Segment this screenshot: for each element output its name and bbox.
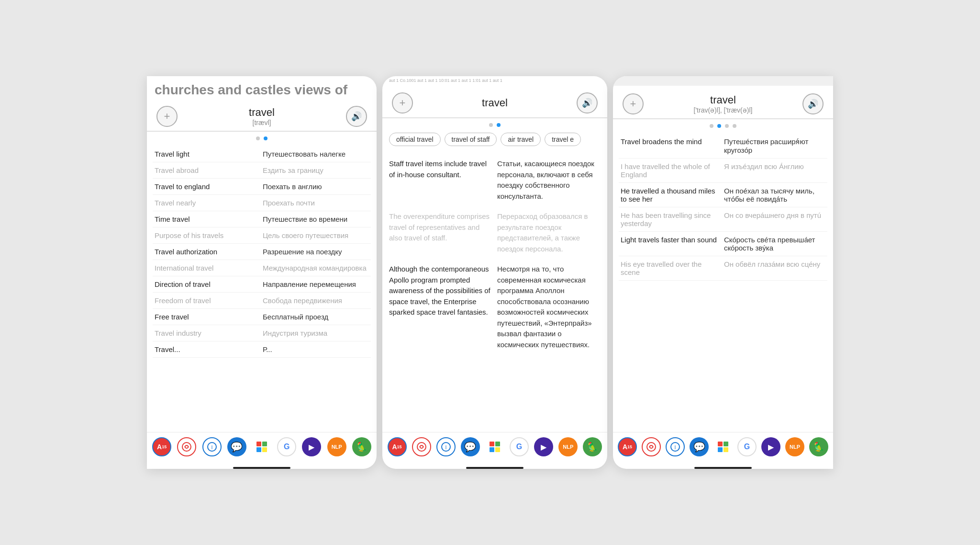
middle-phone-card: aut 1 Co.1001 aut 1 aut 1 10:01 aut 1 au… xyxy=(382,76,607,469)
dot-2 xyxy=(717,124,721,128)
icon-google[interactable]: G xyxy=(277,437,296,456)
icon-red-circle[interactable] xyxy=(412,437,431,456)
phrase-en: International travel xyxy=(155,264,261,272)
icon-nlp[interactable]: NLP xyxy=(327,437,346,456)
phrase-en: Travel to england xyxy=(155,182,261,191)
icon-windows[interactable] xyxy=(485,437,504,456)
icon-abbyy[interactable]: A15 xyxy=(618,437,637,456)
left-card-content: Travel light Путешествовать налегке Trav… xyxy=(147,142,377,432)
phrase-en: Travel light xyxy=(155,150,261,158)
phrase-row-10: Freedom of travel Свобода передвижения xyxy=(153,293,371,309)
phrase-ru: Он поéхал за тысячу миль, чтóбы её повид… xyxy=(724,187,825,203)
icon-parrot[interactable]: 🦜 xyxy=(583,437,602,456)
left-add-button[interactable]: + xyxy=(156,106,178,127)
phrase-en: Travel nearly xyxy=(155,199,261,207)
phrase-row-12: Travel industry Индустрия туризма xyxy=(153,325,371,341)
icon-google[interactable]: G xyxy=(510,437,529,456)
sentence-block-2: The overexpenditure comprises travel of … xyxy=(389,206,601,259)
svg-point-3 xyxy=(417,443,426,451)
phrase-en: Free travel xyxy=(155,313,261,321)
phrase-row-1: Travel light Путешествовать налегке xyxy=(153,146,371,162)
dot-4 xyxy=(733,124,736,128)
icon-red-circle[interactable] xyxy=(177,437,196,456)
icon-lingvo[interactable]: l xyxy=(436,437,456,456)
middle-status-bar: aut 1 Co.1001 aut 1 aut 1 10:01 aut 1 au… xyxy=(382,76,607,85)
phrase-en: Purpose of his travels xyxy=(155,231,261,239)
middle-card-header: + travel 🔊 xyxy=(382,85,607,118)
phrase-ru: Поехать в англию xyxy=(263,182,369,191)
icon-chat[interactable]: 💬 xyxy=(690,437,709,456)
icon-alien[interactable]: ▶ xyxy=(302,437,321,456)
phrase-en: Light travels faster than sound xyxy=(621,236,722,244)
right-bottom-nav: A15 l 💬 G ▶ NLP 🦜 xyxy=(613,432,833,464)
phrase-ru: Международная командировка xyxy=(263,264,369,272)
phrase-ru: Путешéствия расширя́ют кругозóр xyxy=(724,137,825,154)
phrase-ru: Он со вчерáшнего дня в путú xyxy=(724,211,825,219)
left-word-title: travel xyxy=(178,106,346,119)
tab-air-travel[interactable]: air travel xyxy=(501,133,541,146)
phrase-ru: Путешествовать налегке xyxy=(263,150,369,158)
sent-en-1: Staff travel items include travel of in-… xyxy=(389,159,492,202)
right-sound-button[interactable]: 🔊 xyxy=(802,93,824,114)
tab-travel-of-staff[interactable]: travel of staff xyxy=(445,133,497,146)
icon-google[interactable]: G xyxy=(737,437,757,456)
phrase-row-4: Travel nearly Проехать почти xyxy=(153,195,371,211)
icon-windows[interactable] xyxy=(252,437,271,456)
icon-nlp[interactable]: NLP xyxy=(785,437,804,456)
icon-chat[interactable]: 💬 xyxy=(227,437,246,456)
right-add-button[interactable]: + xyxy=(623,93,644,114)
svg-point-6 xyxy=(647,443,656,451)
overflow-text: churches and castles views of xyxy=(147,76,377,98)
phrase-row-7: Travel authorization Разрешение на поезд… xyxy=(153,244,371,260)
left-phrase-list: Travel light Путешествовать налегке Trav… xyxy=(147,146,377,358)
phrase-row-r3: He travelled a thousand miles to see her… xyxy=(619,183,827,207)
icon-abbyy[interactable]: A15 xyxy=(152,437,171,456)
phrase-ru: Скóрость свéта превышáет скóрость звýка xyxy=(724,236,825,252)
tab-official-travel[interactable]: official travel xyxy=(389,133,441,146)
phrase-row-r2: I have travelled the whole of England Я … xyxy=(619,159,827,183)
middle-card-content: Staff travel items include travel of in-… xyxy=(382,150,607,432)
sent-en-3: Although the contemporaneous Apollo prog… xyxy=(389,264,492,350)
phrase-ru: Бесплатный проезд xyxy=(263,313,369,321)
icon-windows[interactable] xyxy=(713,437,733,456)
phrase-en: He travelled a thousand miles to see her xyxy=(621,187,722,203)
right-card-header: + travel ['trav(ə)l], ['træv(ə)l] 🔊 xyxy=(613,86,833,119)
right-word-title: travel xyxy=(644,94,802,106)
phrase-row-5: Time travel Путешествие во времени xyxy=(153,211,371,227)
middle-sound-button[interactable]: 🔊 xyxy=(577,92,598,114)
phrase-en: Travel... xyxy=(155,345,261,353)
icon-lingvo[interactable]: l xyxy=(202,437,222,456)
phrase-row-r1: Travel broadens the mind Путешéствия рас… xyxy=(619,134,827,159)
icon-abbyy[interactable]: A15 xyxy=(388,437,407,456)
icon-nlp[interactable]: NLP xyxy=(558,437,578,456)
phrase-ru: Ездить за границу xyxy=(263,166,369,174)
middle-dots-row xyxy=(382,118,607,129)
tab-travel-e[interactable]: travel e xyxy=(545,133,581,146)
left-sound-button[interactable]: 🔊 xyxy=(346,106,367,127)
phrase-en: Direction of travel xyxy=(155,280,261,288)
icon-alien[interactable]: ▶ xyxy=(761,437,780,456)
phrase-en: Travel abroad xyxy=(155,166,261,174)
right-dots-row xyxy=(613,119,833,130)
left-dots-row xyxy=(147,132,377,142)
sentence-block-1: Staff travel items include travel of in-… xyxy=(389,154,601,206)
middle-add-button[interactable]: + xyxy=(392,92,413,114)
middle-header-center: travel xyxy=(413,97,577,109)
icon-chat[interactable]: 💬 xyxy=(461,437,480,456)
left-bottom-nav: A15 l 💬 G ▶ NLP 🦜 xyxy=(147,432,377,464)
right-home-bar xyxy=(694,467,752,469)
icon-alien[interactable]: ▶ xyxy=(534,437,553,456)
sent-en-2: The overexpenditure comprises travel of … xyxy=(389,211,492,254)
dot-2 xyxy=(497,123,501,127)
icon-lingvo[interactable]: l xyxy=(666,437,685,456)
left-phone-card: churches and castles views of + travel [… xyxy=(147,76,377,469)
icon-parrot[interactable]: 🦜 xyxy=(352,437,371,456)
dot-1 xyxy=(489,123,493,127)
phrase-ru: Направление перемещения xyxy=(263,280,369,288)
phrase-ru: Проехать почти xyxy=(263,199,369,207)
icon-parrot[interactable]: 🦜 xyxy=(809,437,828,456)
phrase-row-11: Free travel Бесплатный проезд xyxy=(153,309,371,325)
right-phrase-list: Travel broadens the mind Путешéствия рас… xyxy=(613,134,833,281)
icon-red-circle[interactable] xyxy=(642,437,661,456)
svg-point-0 xyxy=(182,443,191,451)
